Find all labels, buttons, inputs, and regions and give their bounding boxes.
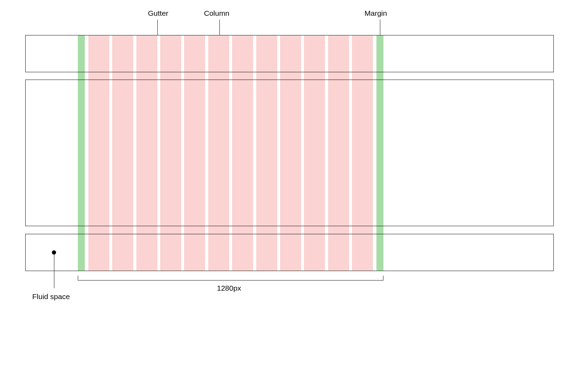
grid-column <box>88 72 109 80</box>
grid-columns <box>88 226 373 234</box>
label-fluid-space: Fluid space <box>32 292 70 301</box>
layout-row-header <box>25 35 554 72</box>
grid-margin-right <box>376 72 383 80</box>
grid-margin-left <box>78 226 85 234</box>
width-bracket <box>78 276 383 281</box>
grid-column <box>328 226 349 234</box>
grid-column <box>304 226 325 234</box>
grid-column <box>352 72 373 80</box>
diagram-canvas: Gutter Column Margin <box>0 0 579 392</box>
grid-column <box>112 72 133 80</box>
grid-column <box>232 72 253 80</box>
grid-column <box>352 226 373 234</box>
grid-column <box>256 226 277 234</box>
grid-column <box>88 226 109 234</box>
grid-column <box>208 72 229 80</box>
grid-column <box>304 72 325 80</box>
grid-column <box>256 72 277 80</box>
grid-column <box>280 72 301 80</box>
grid-overlay-gap-2 <box>78 226 383 234</box>
grid-column <box>112 226 133 234</box>
label-margin: Margin <box>365 9 387 18</box>
grid-column <box>280 226 301 234</box>
grid-column <box>232 226 253 234</box>
grid-column <box>184 72 205 80</box>
grid-column <box>208 226 229 234</box>
grid-columns <box>88 72 373 80</box>
label-gutter: Gutter <box>148 9 168 18</box>
grid-column <box>136 226 157 234</box>
grid-column <box>160 72 181 80</box>
grid-column <box>136 72 157 80</box>
layout-row-footer <box>25 234 554 271</box>
pointer-line-fluid-space <box>54 252 54 288</box>
label-width: 1280px <box>217 284 241 292</box>
grid-column <box>328 72 349 80</box>
grid-margin-left <box>78 72 85 80</box>
grid-column <box>184 226 205 234</box>
grid-overlay-gap-1 <box>78 72 383 80</box>
grid-margin-right <box>376 226 383 234</box>
layout-row-body <box>25 80 554 226</box>
label-column: Column <box>204 9 229 18</box>
grid-column <box>160 226 181 234</box>
